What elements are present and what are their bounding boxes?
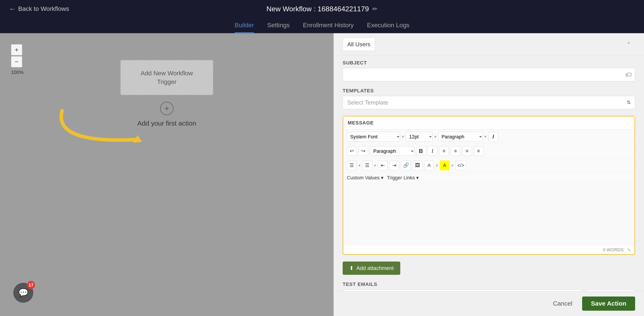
right-panel: All Users ⌃ SUBJECT 🏷 TEMPLATES Select T [334, 33, 644, 316]
bold-button[interactable]: B [416, 146, 426, 156]
send-test-button[interactable]: Send Test Mail [586, 290, 635, 291]
clear-formatting-button[interactable]: I [488, 132, 498, 142]
panel-scroll-area: SUBJECT 🏷 TEMPLATES Select Template ⇅ [334, 56, 644, 291]
font-size-chevron: ▾ [434, 134, 436, 139]
add-attachment-button[interactable]: ⬆ Add attachment [342, 262, 400, 275]
editor-toolbar-2: ↩ ↪ Paragraph B I ≡ ≡ ≡ ≡ [343, 144, 634, 158]
highlight-chevron: ▾ [451, 163, 454, 168]
justify-button[interactable]: ≡ [474, 146, 484, 156]
templates-wrapper: Select Template ⇅ [342, 96, 635, 109]
cancel-button[interactable]: Cancel [548, 297, 578, 311]
zoom-out-button[interactable]: − [11, 56, 22, 67]
notification-badge: 17 [27, 281, 35, 289]
chat-widget[interactable]: 💬 17 [13, 283, 33, 303]
back-arrow-icon: ← [9, 5, 16, 13]
highlight-button[interactable]: A [440, 160, 450, 170]
unordered-list-button[interactable]: ☰ [347, 160, 356, 170]
outdent-button[interactable]: ⇤ [378, 160, 388, 170]
indent-button[interactable]: ⇥ [390, 160, 399, 170]
redo-button[interactable]: ↪ [358, 146, 368, 156]
tab-builder[interactable]: Builder [235, 22, 254, 33]
italic-button[interactable]: I [428, 146, 437, 156]
para-style-chevron: ▾ [484, 134, 486, 139]
subject-group: SUBJECT 🏷 [342, 60, 635, 81]
edit-icon[interactable]: ✏ [372, 5, 378, 13]
back-label: Back to Workflows [18, 5, 69, 12]
ordered-list-button[interactable]: ☰ [362, 160, 372, 170]
chat-icon: 💬 [18, 288, 28, 297]
text-color-button[interactable]: A [424, 160, 434, 170]
test-email-input[interactable] [342, 290, 582, 291]
code-button[interactable]: </> [455, 160, 466, 170]
editor-toolbar-1: System Font ▾ 12pt ▾ Paragraph ▾ I [343, 130, 634, 144]
align-right-button[interactable]: ≡ [462, 146, 472, 156]
test-emails-label: TEST EMAILS [342, 282, 635, 287]
annotation-arrow [44, 104, 155, 159]
nav-tabs: Builder Settings Enrollment History Exec… [0, 18, 644, 33]
font-family-select[interactable]: System Font [347, 132, 400, 142]
message-editor-area[interactable] [343, 183, 634, 245]
templates-group: TEMPLATES Select Template ⇅ [342, 88, 635, 109]
save-action-button[interactable]: Save Action [582, 297, 635, 311]
templates-label: TEMPLATES [342, 88, 635, 94]
all-users-select[interactable]: All Users [342, 38, 375, 51]
test-emails-group: TEST EMAILS Send Test Mail [342, 282, 635, 291]
tab-enrollment-history[interactable]: Enrollment History [303, 22, 354, 33]
ul-chevron: ▾ [358, 163, 360, 168]
test-emails-row: Send Test Mail [342, 290, 635, 291]
block-style-select[interactable]: Paragraph [370, 146, 414, 156]
bottom-action-bar: Cancel Save Action [334, 291, 644, 316]
image-button[interactable]: 🖼 [413, 160, 422, 170]
zoom-controls: + − 100% [11, 44, 24, 75]
custom-values-button[interactable]: Custom Values ▾ [347, 175, 384, 181]
workflow-trigger-box[interactable]: Add New Workflow Trigger [120, 60, 213, 95]
font-family-chevron: ▾ [402, 134, 404, 139]
tab-execution-logs[interactable]: Execution Logs [367, 22, 409, 33]
add-action-label: Add your first action [137, 120, 196, 127]
undo-button[interactable]: ↩ [347, 146, 356, 156]
topbar: ← Back to Workflows New Workflow : 16884… [0, 0, 644, 18]
expand-editor-icon[interactable]: ⤡ [627, 247, 631, 252]
templates-select[interactable]: Select Template [342, 96, 635, 109]
workflow-title: New Workflow : 1688464221179 ✏ [266, 5, 378, 13]
trigger-text: Add New Workflow Trigger [140, 69, 193, 86]
all-users-wrapper: All Users ⌃ [342, 38, 635, 51]
align-center-button[interactable]: ≡ [450, 146, 460, 156]
back-button[interactable]: ← Back to Workflows [9, 5, 69, 13]
align-left-button[interactable]: ≡ [439, 146, 449, 156]
text-color-chevron: ▾ [436, 163, 438, 168]
custom-values-chevron: ▾ [381, 175, 384, 181]
all-users-arrow-icon: ⌃ [627, 41, 631, 47]
ol-chevron: ▾ [374, 163, 376, 168]
message-editor-section: MESSAGE System Font ▾ 12pt ▾ Paragraph ▾ [342, 116, 635, 255]
message-header: MESSAGE [343, 117, 634, 130]
svg-marker-0 [133, 135, 142, 143]
workflow-canvas[interactable]: + − 100% Add New Workflow Trigger + Add … [0, 33, 334, 316]
trigger-links-chevron: ▾ [416, 175, 419, 181]
word-count: 0 WORDS ⤡ [343, 245, 634, 254]
trigger-links-button[interactable]: Trigger Links ▾ [387, 175, 419, 181]
subject-label: SUBJECT [342, 60, 635, 66]
editor-toolbar-3: ☰ ▾ ☰ ▾ ⇤ ⇥ 🔗 🖼 A ▾ A ▾ </> [343, 158, 634, 173]
add-action-button[interactable]: + [160, 102, 174, 115]
custom-values-toolbar: Custom Values ▾ Trigger Links ▾ [343, 173, 634, 183]
upload-icon: ⬆ [349, 265, 354, 271]
all-users-row: All Users ⌃ [334, 33, 644, 56]
tag-icon: 🏷 [625, 71, 632, 78]
zoom-in-button[interactable]: + [11, 44, 22, 55]
font-size-select[interactable]: 12pt [406, 132, 432, 142]
subject-input[interactable] [342, 68, 635, 81]
zoom-level: 100% [11, 70, 24, 75]
subject-input-wrapper: 🏷 [342, 68, 635, 81]
link-button[interactable]: 🔗 [401, 160, 411, 170]
main-area: + − 100% Add New Workflow Trigger + Add … [0, 33, 644, 316]
tab-settings[interactable]: Settings [267, 22, 290, 33]
paragraph-style-select[interactable]: Paragraph [438, 132, 482, 142]
